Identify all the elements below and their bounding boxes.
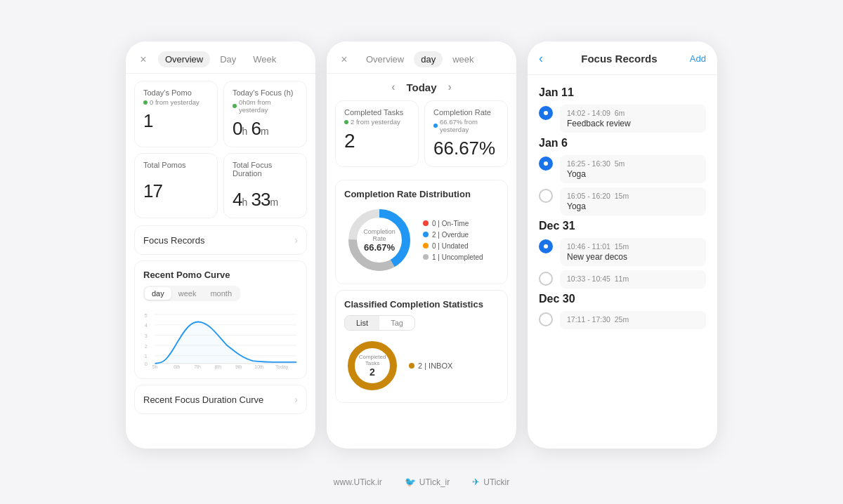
svg-text:6th: 6th xyxy=(174,364,181,369)
donut-label: Completion Rate 66.67% xyxy=(362,228,397,253)
mini-donut-label: Completed Tasks 2 xyxy=(358,354,386,378)
stat-label: Today's Focus (h) xyxy=(233,88,298,97)
chevron-right-icon: › xyxy=(294,234,298,246)
record-icon-filled xyxy=(539,157,553,171)
stat-value: 2 xyxy=(344,130,410,152)
tab-week[interactable]: week xyxy=(445,51,481,67)
svg-text:10th: 10th xyxy=(254,364,264,369)
record-item: 10:46 - 11:01 15m New year decos xyxy=(539,238,706,266)
stat-label: Today's Pomo xyxy=(143,88,209,97)
section-title: Recent Pomo Curve xyxy=(143,270,298,280)
nav-tabs: Overview day week xyxy=(359,51,481,67)
chevron-right-icon: › xyxy=(294,394,298,405)
back-button[interactable]: ‹ xyxy=(539,51,543,66)
stat-label: Total Focus Duration xyxy=(233,161,298,178)
focus-duration-label: Recent Focus Duration Curve xyxy=(143,394,263,405)
record-item: 16:05 - 16:20 15m Yoga xyxy=(539,187,706,215)
stat-label: Completion Rate xyxy=(433,108,499,117)
nav-tabs: Overview Day Week xyxy=(158,51,283,67)
svg-point-23 xyxy=(544,111,548,115)
record-content: 14:02 - 14:09 6m Feedback review xyxy=(560,105,706,133)
record-item: 17:11 - 17:30 25m xyxy=(539,311,706,329)
tab-tag[interactable]: Tag xyxy=(379,316,414,330)
chart-tab-week[interactable]: week xyxy=(171,287,204,300)
record-time: 10:46 - 11:01 15m xyxy=(567,242,699,251)
donut-chart: Completion Rate 66.67% xyxy=(344,205,414,275)
tab-overview[interactable]: Overview xyxy=(158,51,210,67)
record-content: 10:33 - 10:45 11m xyxy=(560,270,706,289)
record-content: 10:46 - 11:01 15m New year decos xyxy=(560,238,706,266)
chart-legend: 0 | On-Time 2 | Overdue 0 | Undated 1 | … xyxy=(423,220,483,261)
chart-tab-day[interactable]: day xyxy=(145,287,171,300)
record-icon-empty xyxy=(539,272,553,286)
tab-day[interactable]: Day xyxy=(213,51,243,67)
focus-duration-row[interactable]: Recent Focus Duration Curve › xyxy=(134,385,307,414)
dot-green xyxy=(233,104,237,108)
prev-day-button[interactable]: ‹ xyxy=(391,81,395,93)
legend-uncompleted: 1 | Uncompleted xyxy=(423,253,483,261)
stat-subtitle: 66.67% from yesterday xyxy=(433,118,499,133)
svg-text:9th: 9th xyxy=(235,364,242,369)
section-title: Completion Rate Distribution xyxy=(344,189,499,199)
footer-telegram: ✈ UTickir xyxy=(472,477,509,487)
phone3-header: ‹ Focus Records Add xyxy=(528,41,717,75)
legend-on-time: 0 | On-Time xyxy=(423,220,483,227)
record-time: 14:02 - 14:09 6m xyxy=(567,109,699,117)
add-button[interactable]: Add xyxy=(690,53,706,64)
tab-day[interactable]: day xyxy=(414,51,443,67)
dot-blue xyxy=(433,124,438,128)
phone-focus-records: ‹ Focus Records Add Jan 11 14:02 - 14:09… xyxy=(528,41,717,449)
stat-value: 4h 33m xyxy=(233,189,298,211)
focus-records-label: Focus Records xyxy=(143,235,204,246)
record-name: New year decos xyxy=(567,252,699,262)
dot-green xyxy=(143,100,148,105)
record-time: 10:33 - 10:45 11m xyxy=(567,274,699,283)
stat-subtitle: 0h0m from yesterday xyxy=(233,98,298,114)
svg-text:7th: 7th xyxy=(194,364,201,369)
svg-text:0: 0 xyxy=(145,361,148,367)
page-title: Focus Records xyxy=(549,53,690,65)
stat-value: 1 xyxy=(143,110,209,132)
next-day-button[interactable]: › xyxy=(448,81,452,93)
svg-text:2: 2 xyxy=(145,343,148,350)
stat-completion-rate: Completion Rate 66.67% from yesterday 66… xyxy=(424,100,508,167)
day-stats-grid: Completed Tasks 2 from yesterday 2 Compl… xyxy=(327,100,516,174)
stat-label: Completed Tasks xyxy=(344,108,410,117)
stat-subtitle: 0 from yesterday xyxy=(143,98,209,106)
svg-text:8th: 8th xyxy=(215,364,222,369)
phone2-header: × Overview day week xyxy=(327,41,516,74)
record-name: Feedback review xyxy=(567,119,699,128)
records-scroll[interactable]: Jan 11 14:02 - 14:09 6m Feedback review … xyxy=(528,75,717,446)
current-day-label: Today xyxy=(406,81,436,93)
tab-overview[interactable]: Overview xyxy=(359,51,411,67)
svg-text:4: 4 xyxy=(145,322,148,329)
chart-tab-month[interactable]: month xyxy=(203,287,239,300)
tab-week[interactable]: Week xyxy=(246,51,283,67)
phone-day: × Overview day week ‹ Today › Completed … xyxy=(327,41,516,449)
focus-records-row[interactable]: Focus Records › xyxy=(134,225,307,255)
stat-completed-tasks: Completed Tasks 2 from yesterday 2 xyxy=(335,100,419,167)
record-time: 16:25 - 16:30 5m xyxy=(567,159,699,168)
svg-text:5h: 5h xyxy=(152,364,158,369)
legend-dot xyxy=(423,232,429,237)
svg-text:5: 5 xyxy=(145,312,148,319)
close-button[interactable]: × xyxy=(338,53,351,66)
record-content: 16:05 - 16:20 15m Yoga xyxy=(560,187,706,215)
pomo-curve-section: Recent Pomo Curve day week month 5 4 3 2… xyxy=(134,260,307,379)
record-icon-empty xyxy=(539,312,553,326)
close-button[interactable]: × xyxy=(137,53,150,66)
record-content: 17:11 - 17:30 25m xyxy=(560,311,706,329)
date-group-jan11: Jan 11 xyxy=(539,86,706,99)
telegram-icon: ✈ xyxy=(472,477,480,487)
stat-subtitle: 2 from yesterday xyxy=(344,118,410,126)
date-group-dec30: Dec 30 xyxy=(539,293,706,305)
record-icon-filled xyxy=(539,106,553,120)
legend-undated: 0 | Undated xyxy=(423,242,483,250)
classified-section: Classified Completion Statistics List Ta… xyxy=(335,290,508,403)
phone-overview: × Overview Day Week Today's Pomo 0 from … xyxy=(126,41,315,449)
tab-list[interactable]: List xyxy=(345,316,379,330)
record-item: 10:33 - 10:45 11m xyxy=(539,270,706,289)
stat-todays-focus: Today's Focus (h) 0h0m from yesterday 0h… xyxy=(223,81,307,147)
footer: www.UTick.ir 🐦 UTick_ir ✈ UTickir xyxy=(0,477,843,487)
record-name: Yoga xyxy=(567,201,699,211)
